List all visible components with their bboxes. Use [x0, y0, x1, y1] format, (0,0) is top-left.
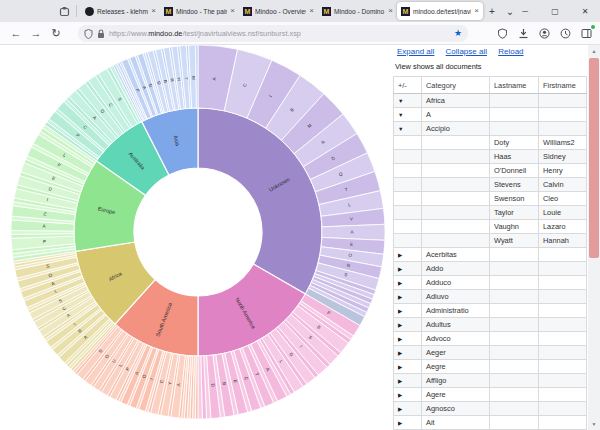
- tab-github-releases[interactable]: Releases - klehmann/domin ×: [81, 2, 160, 20]
- table-row[interactable]: ▼Africa: [394, 94, 587, 108]
- account-icon[interactable]: [537, 26, 552, 41]
- expand-arrow-icon[interactable]: ▶: [398, 378, 402, 384]
- scroll-down-button[interactable]: ▼: [588, 418, 600, 430]
- expand-arrow-icon[interactable]: ▶: [398, 294, 402, 300]
- cell-category: [422, 164, 490, 178]
- table-row[interactable]: ▶Adiuvo: [394, 290, 587, 304]
- tab-close-icon[interactable]: ×: [474, 7, 479, 15]
- tab-title: mindoo.de/test/jnavirtualvi: [413, 8, 471, 15]
- expand-arrow-icon[interactable]: ▶: [398, 280, 402, 286]
- table-row[interactable]: HaasSidney: [394, 150, 587, 164]
- cell-lastname: [490, 304, 539, 318]
- maximize-button[interactable]: ▢: [540, 0, 570, 22]
- protections-icon[interactable]: [495, 26, 510, 41]
- collapse-arrow-icon[interactable]: ▼: [398, 98, 403, 104]
- tab-mindoo-pain[interactable]: M Mindoo - The pain of readi ×: [160, 2, 239, 20]
- expand-arrow-icon[interactable]: ▶: [398, 364, 402, 370]
- table-row[interactable]: ▶Ait: [394, 416, 587, 430]
- scroll-up-button[interactable]: ▲: [588, 45, 600, 57]
- table-row[interactable]: ▶Administratio: [394, 304, 587, 318]
- slice-letter-label: P: [43, 239, 46, 244]
- cell-lastname: Doty: [490, 136, 539, 150]
- downloads-icon[interactable]: [516, 26, 531, 41]
- table-row[interactable]: WyattHannah: [394, 234, 587, 248]
- table-row[interactable]: VaughnLazaro: [394, 220, 587, 234]
- cell-firstname: [539, 108, 587, 122]
- slice-letter-label: V: [350, 216, 353, 221]
- tab-close-icon[interactable]: ×: [309, 7, 314, 15]
- table-row[interactable]: ▶Adduco: [394, 276, 587, 290]
- cell-lastname: Wyatt: [490, 234, 539, 248]
- table-row[interactable]: ▶Aeger: [394, 346, 587, 360]
- vertical-scrollbar-thumb[interactable]: [589, 58, 599, 258]
- bookmark-star-icon[interactable]: ★: [454, 29, 462, 38]
- expand-arrow-icon[interactable]: ▶: [398, 336, 402, 342]
- tracking-shield-icon[interactable]: [84, 29, 93, 39]
- cell-category: Agnosco: [422, 402, 490, 416]
- expand-arrow-icon[interactable]: ▶: [398, 392, 402, 398]
- collapse-arrow-icon[interactable]: ▼: [398, 112, 403, 118]
- expand-arrow-icon[interactable]: ▶: [398, 308, 402, 314]
- cell-category: Adiuvo: [422, 290, 490, 304]
- table-row[interactable]: StevensCalvin: [394, 178, 587, 192]
- slice-letter-label: A: [211, 77, 216, 81]
- table-row[interactable]: SwensonCleo: [394, 192, 587, 206]
- lock-icon[interactable]: [97, 29, 105, 39]
- cell-firstname: [539, 388, 587, 402]
- history-icon[interactable]: [558, 26, 573, 41]
- sunburst-slice[interactable]: [196, 45, 198, 108]
- expand-arrow-icon[interactable]: ▶: [398, 420, 402, 426]
- cell-lastname: [490, 332, 539, 346]
- cell-lastname: [490, 262, 539, 276]
- cell-lastname: [490, 402, 539, 416]
- tab-close-icon[interactable]: ×: [388, 7, 393, 15]
- cell-lastname: Haas: [490, 150, 539, 164]
- expand-arrow-icon[interactable]: ▶: [398, 406, 402, 412]
- expand-arrow-icon[interactable]: ▶: [398, 266, 402, 272]
- expand-arrow-icon[interactable]: ▶: [398, 252, 402, 258]
- col-header-category: Category: [422, 77, 490, 94]
- vertical-scrollbar[interactable]: ▲ ▼: [588, 45, 600, 430]
- table-row[interactable]: ▶Adultus: [394, 318, 587, 332]
- close-button[interactable]: ✕: [570, 0, 600, 22]
- table-row[interactable]: ▶Acerbitas: [394, 248, 587, 262]
- tab-mindoo-overview[interactable]: M Mindoo - Overview of Dom ×: [239, 2, 318, 20]
- reload-link[interactable]: Reload: [498, 47, 523, 56]
- table-row[interactable]: ▶Aegre: [394, 360, 587, 374]
- minimize-button[interactable]: ─: [510, 0, 540, 22]
- tab-close-icon[interactable]: ×: [230, 7, 235, 15]
- cell-firstname: [539, 318, 587, 332]
- cell-firstname: [539, 304, 587, 318]
- cell-category: Advoco: [422, 332, 490, 346]
- table-row[interactable]: ▶Addo: [394, 262, 587, 276]
- cell-category: Africa: [422, 94, 490, 108]
- tab-sunburst-active[interactable]: M mindoo.de/test/jnavirtualvi ×: [397, 2, 483, 20]
- browser-window: Releases - klehmann/domin × M Mindoo - T…: [0, 0, 600, 430]
- cell-firstname: [539, 374, 587, 388]
- firefox-view-icon[interactable]: [56, 3, 72, 19]
- table-row[interactable]: ▼A: [394, 108, 587, 122]
- cell-lastname: O'Donnell: [490, 164, 539, 178]
- sunburst-chart[interactable]: ACIBMRDQTLVAEONSUnknownPBSIGLATCEBDNorth…: [6, 40, 390, 424]
- collapse-all-link[interactable]: Collapse all: [446, 47, 487, 56]
- cell-firstname: Williams2: [539, 136, 587, 150]
- expand-arrow-icon[interactable]: ▶: [398, 322, 402, 328]
- cell-lastname: Stevens: [490, 178, 539, 192]
- collapse-arrow-icon[interactable]: ▼: [398, 126, 403, 132]
- cell-lastname: [490, 94, 539, 108]
- table-row[interactable]: ▶Agere: [394, 388, 587, 402]
- table-row[interactable]: O'DonnellHenry: [394, 164, 587, 178]
- expand-arrow-icon[interactable]: ▶: [398, 350, 402, 356]
- tab-mindoo-jna[interactable]: M Mindoo - Domino JNA Virtu ×: [318, 2, 397, 20]
- tab-separator: [76, 5, 77, 17]
- table-row[interactable]: DotyWilliams2: [394, 136, 587, 150]
- table-row[interactable]: ▼Accipio: [394, 122, 587, 136]
- new-tab-button[interactable]: +: [483, 2, 501, 20]
- tab-close-icon[interactable]: ×: [151, 7, 156, 15]
- table-row[interactable]: ▶Advoco: [394, 332, 587, 346]
- table-row[interactable]: TaylorLouie: [394, 206, 587, 220]
- table-row[interactable]: ▶Agnosco: [394, 402, 587, 416]
- sidebar-icon[interactable]: [579, 26, 594, 41]
- expand-all-link[interactable]: Expand all: [397, 47, 434, 56]
- table-row[interactable]: ▶Affligo: [394, 374, 587, 388]
